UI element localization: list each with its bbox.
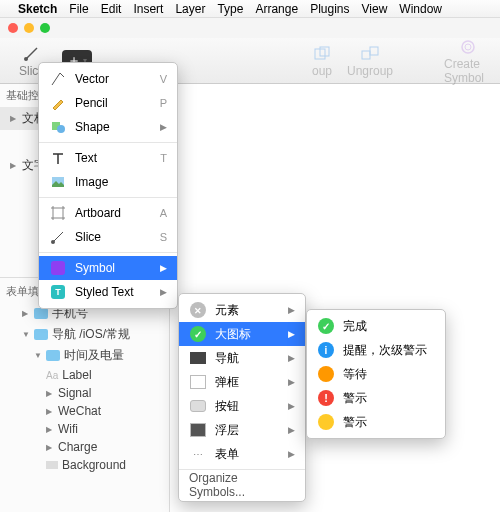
- submenu-arrow-icon: ▶: [288, 305, 295, 315]
- create-symbol-label: Create Symbol: [444, 57, 492, 85]
- svg-point-0: [24, 57, 28, 61]
- menu-window[interactable]: Window: [399, 2, 442, 16]
- titlebar: [0, 18, 500, 38]
- rect-layer-icon: [46, 461, 58, 469]
- submenu-arrow-icon: ▶: [288, 425, 295, 435]
- sym-jingshi1[interactable]: !警示: [307, 386, 445, 410]
- warn-icon: [317, 413, 335, 431]
- menu-vector[interactable]: VectorV: [39, 67, 177, 91]
- traffic-min-icon[interactable]: [24, 23, 34, 33]
- layer-item[interactable]: ▶Wifi: [0, 420, 169, 438]
- svg-rect-3: [362, 51, 370, 59]
- layer-item[interactable]: ▼导航 /iOS/常规: [0, 324, 169, 345]
- symbol-submenu: 元素▶ 大图标▶ 导航▶ 弹框▶ 按钮▶ 浮层▶ ⋯表单▶ Organize S…: [178, 293, 306, 502]
- group-tool[interactable]: oup: [298, 44, 346, 78]
- folder-icon: [34, 308, 48, 319]
- pencil-icon: [49, 94, 67, 112]
- shape-icon: [49, 118, 67, 136]
- submenu-arrow-icon: ▶: [160, 263, 167, 273]
- layer-item[interactable]: Background: [0, 456, 169, 474]
- menu-symbol[interactable]: Symbol▶: [39, 256, 177, 280]
- traffic-close-icon[interactable]: [8, 23, 18, 33]
- create-symbol-tool[interactable]: Create Symbol: [444, 37, 492, 85]
- menu-image[interactable]: Image: [39, 170, 177, 194]
- menu-shape[interactable]: Shape▶: [39, 115, 177, 139]
- svg-point-10: [51, 240, 55, 244]
- sym-dengdai[interactable]: 等待: [307, 362, 445, 386]
- submenu-arrow-icon: ▶: [288, 449, 295, 459]
- macos-menubar: Sketch File Edit Insert Layer Type Arran…: [0, 0, 500, 18]
- alert-icon: !: [317, 389, 335, 407]
- artboard-icon: [49, 204, 67, 222]
- submenu-fuceng[interactable]: 浮层▶: [179, 418, 305, 442]
- menu-plugins[interactable]: Plugins: [310, 2, 349, 16]
- grey-x-icon: [189, 301, 207, 319]
- styled-text-icon: T: [49, 283, 67, 301]
- folder-icon: [34, 329, 48, 340]
- menu-styled-text[interactable]: TStyled Text▶: [39, 280, 177, 304]
- svg-point-5: [462, 41, 474, 53]
- sym-jingshi2[interactable]: 警示: [307, 410, 445, 434]
- text-icon: [49, 149, 67, 167]
- app-menu[interactable]: Sketch: [18, 2, 57, 16]
- layer-item[interactable]: ▶Charge: [0, 438, 169, 456]
- submenu-biaodan[interactable]: ⋯表单▶: [179, 442, 305, 466]
- insert-menu: VectorV PencilP Shape▶ TextT Image Artbo…: [38, 62, 178, 309]
- layer-item[interactable]: ▼时间及电量: [0, 345, 169, 366]
- menu-slice[interactable]: SliceS: [39, 225, 177, 249]
- submenu-arrow-icon: ▶: [288, 329, 295, 339]
- submenu-tankuang[interactable]: 弹框▶: [179, 370, 305, 394]
- success-icon: [317, 317, 335, 335]
- ungroup-tool[interactable]: Ungroup: [346, 44, 394, 78]
- menu-file[interactable]: File: [69, 2, 88, 16]
- submenu-datubiao[interactable]: 大图标▶: [179, 322, 305, 346]
- image-icon: [49, 173, 67, 191]
- vector-icon: [49, 70, 67, 88]
- symbol-purple-icon: [49, 259, 67, 277]
- text-layer-icon: Aa: [46, 370, 58, 381]
- submenu-arrow-icon: ▶: [160, 122, 167, 132]
- dialog-swatch-icon: [189, 373, 207, 391]
- layer-swatch-icon: [189, 421, 207, 439]
- submenu-anniu[interactable]: 按钮▶: [179, 394, 305, 418]
- menu-edit[interactable]: Edit: [101, 2, 122, 16]
- submenu-arrow-icon: ▶: [288, 353, 295, 363]
- submenu-arrow-icon: ▶: [288, 401, 295, 411]
- group-icon: [312, 44, 332, 64]
- group-label: oup: [312, 64, 332, 78]
- icon-submenu: 完成 i提醒，次级警示 等待 !警示 警示: [306, 309, 446, 439]
- folder-icon: [46, 350, 60, 361]
- button-swatch-icon: [189, 397, 207, 415]
- menu-pencil[interactable]: PencilP: [39, 91, 177, 115]
- submenu-yuansu[interactable]: 元素▶: [179, 298, 305, 322]
- ungroup-label: Ungroup: [347, 64, 393, 78]
- menu-insert[interactable]: Insert: [133, 2, 163, 16]
- navbar-swatch-icon: [189, 349, 207, 367]
- menu-layer[interactable]: Layer: [175, 2, 205, 16]
- layer-item[interactable]: ▶WeChat: [0, 402, 169, 420]
- traffic-zoom-icon[interactable]: [40, 23, 50, 33]
- submenu-daohang[interactable]: 导航▶: [179, 346, 305, 370]
- layer-item[interactable]: AaLabel: [0, 366, 169, 384]
- menu-type[interactable]: Type: [217, 2, 243, 16]
- menu-arrange[interactable]: Arrange: [255, 2, 298, 16]
- form-swatch-icon: ⋯: [189, 445, 207, 463]
- menu-artboard[interactable]: ArtboardA: [39, 201, 177, 225]
- svg-rect-4: [370, 47, 378, 55]
- slice-icon: [22, 44, 42, 64]
- layer-item[interactable]: ▶Signal: [0, 384, 169, 402]
- create-symbol-icon: [458, 37, 478, 57]
- sym-tixing[interactable]: i提醒，次级警示: [307, 338, 445, 362]
- svg-rect-9: [53, 208, 63, 218]
- wait-icon: [317, 365, 335, 383]
- ungroup-icon: [360, 44, 380, 64]
- svg-point-7: [57, 125, 65, 133]
- info-icon: i: [317, 341, 335, 359]
- menu-text[interactable]: TextT: [39, 146, 177, 170]
- organize-symbols[interactable]: Organize Symbols...: [179, 473, 305, 497]
- slice-tool-icon: [49, 228, 67, 246]
- sym-wancheng[interactable]: 完成: [307, 314, 445, 338]
- menu-view[interactable]: View: [362, 2, 388, 16]
- submenu-arrow-icon: ▶: [160, 287, 167, 297]
- green-check-icon: [189, 325, 207, 343]
